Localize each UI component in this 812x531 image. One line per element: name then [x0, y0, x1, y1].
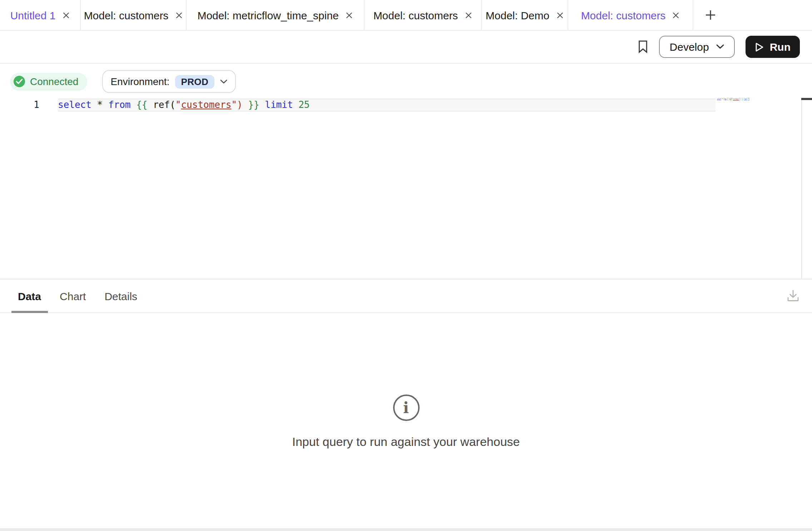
chevron-down-icon	[716, 44, 724, 49]
tab-untitled-1[interactable]: Untitled 1	[0, 0, 81, 30]
check-circle-icon	[14, 76, 25, 87]
download-icon	[786, 289, 801, 303]
environment-selector[interactable]: Environment: PROD	[102, 70, 236, 93]
run-button[interactable]: Run	[746, 36, 800, 58]
tab-model-customers-2[interactable]: Model: customers	[365, 0, 482, 30]
run-label: Run	[770, 41, 791, 53]
close-icon[interactable]	[556, 11, 564, 19]
results-panel: Data Chart Details	[0, 279, 812, 531]
tab-data[interactable]: Data	[11, 279, 48, 312]
tab-label: Model: Demo	[486, 9, 549, 21]
scrollbar-track-edge	[801, 100, 802, 279]
info-icon: i	[393, 394, 419, 421]
editor-tab-bar: Untitled 1 Model: customers Model: metri…	[0, 0, 812, 31]
develop-dropdown-button[interactable]: Develop	[659, 36, 735, 58]
info-glyph: i	[403, 400, 409, 415]
plus-icon	[705, 9, 716, 21]
active-tab-underline	[11, 311, 48, 313]
line-number: 1	[29, 99, 39, 111]
close-icon[interactable]	[62, 11, 70, 19]
tab-chart[interactable]: Chart	[53, 279, 92, 312]
results-tab-bar: Data Chart Details	[0, 279, 812, 313]
tab-label: Model: metricflow_time_spine	[197, 9, 338, 21]
tab-model-demo[interactable]: Model: Demo	[482, 0, 568, 30]
download-button[interactable]	[786, 289, 801, 303]
new-tab-button[interactable]	[693, 0, 728, 30]
tab-label: Model: customers	[581, 9, 666, 21]
close-icon[interactable]	[672, 11, 680, 19]
tab-label: Model: customers	[84, 9, 169, 21]
close-icon[interactable]	[464, 11, 472, 19]
environment-label: Environment:	[110, 76, 169, 87]
ide-window: Untitled 1 Model: customers Model: metri…	[0, 0, 812, 531]
close-icon[interactable]	[345, 11, 353, 19]
empty-state: i Input query to run against your wareho…	[0, 313, 812, 450]
bookmark-icon	[638, 40, 648, 54]
close-icon[interactable]	[175, 11, 183, 19]
code-line[interactable]: select * from {{ ref("customers") }} lim…	[58, 99, 310, 111]
scrollbar-thumb[interactable]	[801, 98, 812, 100]
tab-model-customers-1[interactable]: Model: customers	[81, 0, 187, 30]
bookmark-button[interactable]	[638, 40, 648, 54]
status-row: Connected Environment: PROD	[10, 70, 236, 93]
tab-details[interactable]: Details	[98, 279, 144, 312]
editor-toolbar: Develop Run	[0, 31, 812, 64]
tab-details-label: Details	[104, 290, 137, 302]
editor-pane: Connected Environment: PROD 1 select * f…	[0, 63, 812, 531]
play-icon	[755, 42, 764, 52]
bottom-edge-bar	[0, 528, 812, 531]
connection-status-label: Connected	[30, 76, 78, 87]
environment-value-badge: PROD	[175, 75, 214, 88]
tab-model-customers-3[interactable]: Model: customers	[568, 0, 693, 30]
minimap[interactable]: select * from {{ ref("customers") }} lim…	[717, 98, 749, 101]
chevron-down-icon	[220, 79, 227, 84]
tab-label: Untitled 1	[10, 9, 56, 21]
develop-label: Develop	[670, 41, 709, 53]
tab-model-metricflow-time-spine[interactable]: Model: metricflow_time_spine	[187, 0, 365, 30]
tab-data-label: Data	[18, 290, 41, 302]
tab-chart-label: Chart	[60, 290, 86, 302]
tab-label: Model: customers	[373, 9, 458, 21]
empty-state-message: Input query to run against your warehous…	[292, 435, 520, 450]
connection-status-badge: Connected	[10, 73, 87, 90]
